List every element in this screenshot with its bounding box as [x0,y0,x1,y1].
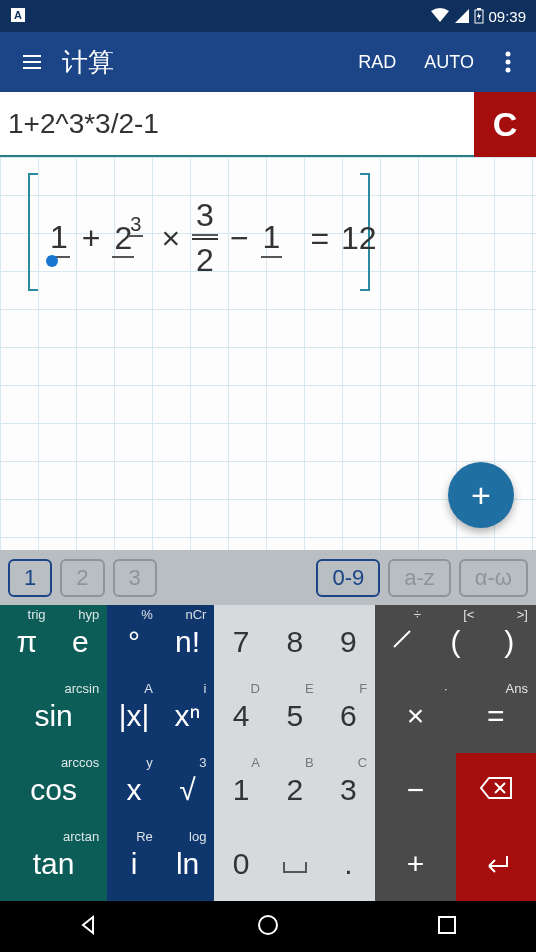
key-5[interactable]: E5 [268,679,322,753]
plus-icon: + [471,476,491,515]
key-π[interactable]: trigπ [0,605,54,679]
rad-button[interactable]: RAD [344,52,410,73]
auto-button[interactable]: AUTO [410,52,488,73]
menu-button[interactable] [8,50,56,74]
term-exp: 3 [128,213,143,237]
key-ln[interactable]: logln [161,827,215,901]
key-1[interactable]: A1 [214,753,268,827]
clear-button[interactable]: C [474,92,536,157]
key-4[interactable]: D4 [214,679,268,753]
overflow-button[interactable] [488,51,528,73]
tab-page-1[interactable]: 1 [8,559,52,597]
key-⁄[interactable]: ÷ [375,605,429,679]
nav-recent[interactable] [435,913,459,941]
key-=[interactable]: Ans= [456,679,536,753]
rendered-formula: 1 + 23 × 3 2 − 1 = 12 [48,197,377,279]
preview-area[interactable]: 1 + 23 × 3 2 − 1 = 12 + [0,157,536,550]
app-bar: 计算 RAD AUTO [0,32,536,92]
enter-icon [481,854,511,874]
expression-input[interactable] [0,92,474,157]
tab-az[interactable]: a-z [388,559,451,597]
op-times: × [161,220,180,257]
fab-add[interactable]: + [448,462,514,528]
key-0[interactable]: 0 [214,827,268,901]
svg-point-8 [259,916,277,934]
term-1: 1 [48,219,70,258]
system-nav [0,901,536,952]
term-5: 1 [261,219,283,258]
battery-charging-icon [474,8,484,24]
op-plus: + [82,220,101,257]
term-fraction: 3 2 [192,197,218,279]
input-row: C [0,92,536,157]
key-−[interactable]: − [375,753,455,827]
key-×[interactable]: ·× [375,679,455,753]
key-6[interactable]: F6 [322,679,376,753]
keypad: trigπhype%°nCrn!789÷[<(>])arcsinsinA|x|i… [0,605,536,901]
result: 12 [341,220,377,257]
wifi-icon [430,8,450,24]
svg-point-4 [506,52,511,57]
tab-greek[interactable]: α-ω [459,559,528,597]
frac-num: 3 [192,197,218,236]
key-e[interactable]: hype [54,605,108,679]
keyboard-indicator-icon: A [10,7,26,23]
key-3[interactable]: C3 [322,753,376,827]
op-minus: − [230,220,249,257]
op-eq: = [310,220,329,257]
bracket-left [28,173,38,291]
key-)[interactable]: >]) [482,605,536,679]
key-([interactable]: [<( [429,605,483,679]
key-⌫[interactable] [456,753,536,827]
svg-rect-9 [439,917,455,933]
key-+[interactable]: + [375,827,455,901]
recent-icon [435,913,459,937]
key-cos[interactable]: arccoscos [0,753,107,827]
nav-home[interactable] [256,913,280,941]
app-title: 计算 [56,45,344,80]
backspace-icon [479,776,513,800]
back-icon [77,913,101,937]
space-icon [282,860,308,874]
status-time: 09:39 [488,8,526,25]
key-8[interactable]: 8 [268,605,322,679]
divide-icon [388,625,416,653]
key-xⁿ[interactable]: ixⁿ [161,679,215,753]
tab-page-3[interactable]: 3 [113,559,157,597]
tab-num[interactable]: 0-9 [316,559,380,597]
key-√[interactable]: 3√ [161,753,215,827]
page-tabs: 1 2 3 0-9 a-z α-ω [0,550,536,605]
key-2[interactable]: B2 [268,753,322,827]
home-icon [256,913,280,937]
svg-point-5 [506,60,511,65]
key-.[interactable]: . [322,827,376,901]
key-x[interactable]: yx [107,753,161,827]
more-vert-icon [505,51,511,73]
nav-back[interactable] [77,913,101,941]
key-7[interactable]: 7 [214,605,268,679]
status-bar: A 09:39 [0,0,536,32]
key-sin[interactable]: arcsinsin [0,679,107,753]
frac-den: 2 [192,242,218,279]
hamburger-icon [20,50,44,74]
svg-rect-3 [477,8,481,10]
key-n![interactable]: nCrn! [161,605,215,679]
key-9[interactable]: 9 [322,605,376,679]
key-°[interactable]: %° [107,605,161,679]
tab-page-2[interactable]: 2 [60,559,104,597]
svg-line-7 [394,631,410,647]
key-|x|[interactable]: A|x| [107,679,161,753]
signal-icon [454,8,470,24]
key-i[interactable]: Rei [107,827,161,901]
svg-point-6 [506,68,511,73]
key-␣[interactable] [268,827,322,901]
key-tan[interactable]: arctantan [0,827,107,901]
cursor-handle[interactable] [46,255,58,267]
svg-text:A: A [14,9,22,21]
key-↵[interactable] [456,827,536,901]
